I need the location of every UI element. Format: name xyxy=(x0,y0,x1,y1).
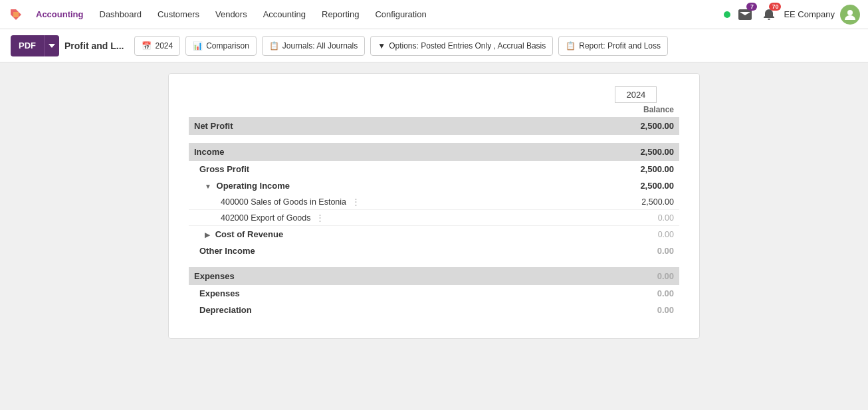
report-filter-button[interactable]: 📋 Report: Profit and Loss xyxy=(558,36,668,56)
income-value: 2,500.00 xyxy=(593,143,679,161)
year-header: 2024 xyxy=(615,86,657,103)
nav-item-vendors[interactable]: Vendors xyxy=(209,5,254,23)
operating-income-row[interactable]: ▼ Operating Income 2,500.00 xyxy=(189,177,679,194)
company-name[interactable]: EE Company xyxy=(784,9,835,19)
account-402000-value: 0.00 xyxy=(593,210,679,226)
cost-of-revenue-row[interactable]: ▶ Cost of Revenue 0.00 xyxy=(189,226,679,243)
other-income-row: Other Income 0.00 xyxy=(189,243,679,259)
operating-income-value: 2,500.00 xyxy=(593,177,679,194)
other-income-value: 0.00 xyxy=(593,243,679,259)
nav-item-customers[interactable]: Customers xyxy=(151,5,206,23)
account-400000-row[interactable]: 400000 Sales of Goods in Estonia ⋮ 2,500… xyxy=(189,194,679,210)
messages-button[interactable]: 7 xyxy=(736,5,754,24)
operating-income-label: ▼ Operating Income xyxy=(189,177,593,194)
other-income-label: Other Income xyxy=(189,243,593,259)
account-402000-row[interactable]: 402000 Export of Goods ⋮ 0.00 xyxy=(189,210,679,226)
filter-icon: ▼ xyxy=(378,41,385,51)
comparison-filter-button[interactable]: 📊 Comparison xyxy=(185,36,257,56)
spacer-row-2 xyxy=(189,259,679,267)
svg-point-0 xyxy=(847,10,853,15)
nav-item-accounting[interactable]: Accounting xyxy=(29,5,90,23)
income-label: Income xyxy=(189,143,593,161)
account-400000-label: 400000 Sales of Goods in Estonia ⋮ xyxy=(189,194,593,210)
nav-item-configuration[interactable]: Configuration xyxy=(368,5,433,23)
nav-item-dashboard[interactable]: Dashboard xyxy=(93,5,149,23)
chart-icon: 📊 xyxy=(193,41,203,51)
expenses-group-label: Expenses xyxy=(189,285,593,302)
journals-filter-button[interactable]: 📋 Journals: All Journals xyxy=(262,36,365,56)
options-filter-button[interactable]: ▼ Options: Posted Entries Only , Accrual… xyxy=(370,36,553,56)
top-navigation: Accounting Dashboard Customers Vendors A… xyxy=(0,0,868,29)
nav-item-accounting2[interactable]: Accounting xyxy=(257,5,312,23)
chevron-right-icon: ▶ xyxy=(205,231,210,239)
pdf-button-group: PDF xyxy=(11,35,59,56)
messages-badge: 7 xyxy=(746,3,757,11)
app-logo[interactable] xyxy=(8,7,24,23)
page-title: Profit and L... xyxy=(64,41,124,51)
net-profit-label: Net Profit xyxy=(189,117,593,135)
report-toolbar: PDF Profit and L... 📅 2024 📊 Comparison … xyxy=(0,29,868,62)
balance-label: Balance xyxy=(593,102,679,117)
pdf-button[interactable]: PDF xyxy=(11,35,44,56)
notifications-badge: 70 xyxy=(769,3,781,11)
spacer-row-1 xyxy=(189,135,679,143)
main-content: 2024 Balance Net Profit 2,500.00 Income xyxy=(0,62,868,410)
expenses-section-value: 0.00 xyxy=(593,267,679,285)
depreciation-label: Depreciation xyxy=(189,302,593,318)
cost-of-revenue-value: 0.00 xyxy=(593,226,679,243)
cost-of-revenue-label: ▶ Cost of Revenue xyxy=(189,226,593,243)
pdf-dropdown-button[interactable] xyxy=(44,35,59,56)
chevron-down-icon: ▼ xyxy=(205,183,211,190)
account-402000-menu-icon[interactable]: ⋮ xyxy=(316,213,324,223)
online-status-indicator xyxy=(724,11,730,18)
notifications-button[interactable]: 70 xyxy=(760,5,778,24)
report-icon: 📋 xyxy=(566,41,576,51)
gross-profit-label: Gross Profit xyxy=(189,161,593,177)
account-402000-label: 402000 Export of Goods ⋮ xyxy=(189,210,593,226)
calendar-icon: 📅 xyxy=(142,41,152,51)
account-400000-value: 2,500.00 xyxy=(593,194,679,210)
depreciation-row: Depreciation 0.00 xyxy=(189,302,679,318)
nav-item-reporting[interactable]: Reporting xyxy=(315,5,366,23)
report-table: 2024 Balance Net Profit 2,500.00 Income xyxy=(189,87,679,318)
expenses-section-label: Expenses xyxy=(189,267,593,285)
net-profit-row: Net Profit 2,500.00 xyxy=(189,117,679,135)
gross-profit-value: 2,500.00 xyxy=(593,161,679,177)
expenses-group-value: 0.00 xyxy=(593,285,679,302)
depreciation-value: 0.00 xyxy=(593,302,679,318)
expenses-section-row: Expenses 0.00 xyxy=(189,267,679,285)
account-400000-menu-icon[interactable]: ⋮ xyxy=(352,197,360,207)
year-filter-button[interactable]: 📅 2024 xyxy=(134,36,180,56)
net-profit-value: 2,500.00 xyxy=(593,117,679,135)
income-section-row: Income 2,500.00 xyxy=(189,143,679,161)
gross-profit-row: Gross Profit 2,500.00 xyxy=(189,161,679,177)
report-container: 2024 Balance Net Profit 2,500.00 Income xyxy=(168,73,700,339)
journals-icon: 📋 xyxy=(269,41,279,51)
expenses-group-row: Expenses 0.00 xyxy=(189,285,679,302)
user-avatar[interactable] xyxy=(840,5,860,25)
